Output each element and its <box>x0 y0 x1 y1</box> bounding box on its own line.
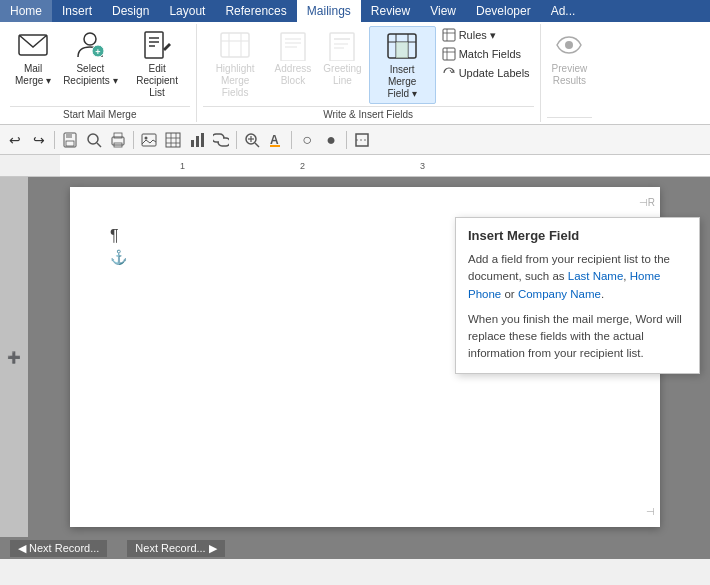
select-recipients-icon: + <box>74 29 106 61</box>
menu-references[interactable]: References <box>215 0 296 22</box>
insert-merge-field-button[interactable]: Insert MergeField ▾ <box>369 26 436 104</box>
toolbar-circle-empty[interactable]: ○ <box>296 129 318 151</box>
edit-recipient-list-button[interactable]: EditRecipient List <box>125 26 190 102</box>
svg-rect-48 <box>196 136 199 147</box>
match-fields-label: Match Fields <box>459 48 521 60</box>
select-recipients-button[interactable]: + SelectRecipients ▾ <box>58 26 122 90</box>
preview-group-label <box>547 117 593 120</box>
document-area: ➕ ¶ ⚓ ⊣R ⊣ Insert Merge Field Add a fiel… <box>0 177 710 537</box>
svg-point-1 <box>84 33 96 45</box>
toolbar-redo[interactable]: ↪ <box>28 129 50 151</box>
preview-results-button[interactable]: PreviewResults <box>547 26 593 90</box>
svg-point-41 <box>145 136 148 139</box>
svg-text:A: A <box>270 133 279 147</box>
toolbar-circle-fill[interactable]: ● <box>320 129 342 151</box>
toolbar-font-color[interactable]: A <box>265 129 287 151</box>
mail-merge-button[interactable]: MailMerge ▾ <box>10 26 56 90</box>
right-edge-top: ⊣R <box>639 197 655 208</box>
edit-recipient-list-icon <box>141 29 173 61</box>
ruler-mark-1: 1 <box>180 161 185 171</box>
toolbar-sep-4 <box>291 131 292 149</box>
preview-results-label: PreviewResults <box>552 63 588 87</box>
side-buttons-col: Rules ▾ Match Fields <box>438 26 534 82</box>
svg-rect-4 <box>145 32 163 58</box>
update-labels-button[interactable]: Update Labels <box>438 64 534 82</box>
svg-rect-49 <box>201 133 204 147</box>
mail-merge-icon <box>17 29 49 61</box>
rules-button[interactable]: Rules ▾ <box>438 26 534 44</box>
menu-bar: Home Insert Design Layout References Mai… <box>0 0 710 22</box>
toolbar-table[interactable] <box>162 129 184 151</box>
tooltip-para-2: When you finish the mail merge, Word wil… <box>468 311 687 363</box>
highlight-merge-fields-label: HighlightMerge Fields <box>208 63 263 99</box>
toolbar-chart[interactable] <box>186 129 208 151</box>
preview-results-icon <box>553 29 585 61</box>
rules-icon <box>442 28 456 42</box>
tooltip-popup: Insert Merge Field Add a field from your… <box>455 217 700 374</box>
ribbon: MailMerge ▾ + SelectRecipients ▾ <box>0 22 710 125</box>
toolbar-search[interactable] <box>83 129 105 151</box>
match-fields-button[interactable]: Match Fields <box>438 45 534 63</box>
svg-rect-42 <box>166 133 180 147</box>
address-block-icon <box>277 29 309 61</box>
menu-developer[interactable]: Developer <box>466 0 541 22</box>
svg-rect-55 <box>270 145 280 147</box>
toolbar-image[interactable] <box>138 129 160 151</box>
toolbar-sep-2 <box>133 131 134 149</box>
menu-ad[interactable]: Ad... <box>541 0 586 22</box>
mail-merge-label: MailMerge ▾ <box>15 63 51 87</box>
insert-merge-field-label: Insert MergeField ▾ <box>375 64 430 100</box>
update-labels-label: Update Labels <box>459 67 530 79</box>
tooltip-title: Insert Merge Field <box>468 228 687 243</box>
svg-rect-16 <box>330 33 354 61</box>
edit-recipient-list-label: EditRecipient List <box>130 63 185 99</box>
greeting-line-label: GreetingLine <box>323 63 361 87</box>
toolbar-sep-3 <box>236 131 237 149</box>
svg-point-31 <box>565 41 573 49</box>
left-handle[interactable]: ➕ <box>7 351 21 364</box>
svg-text:+: + <box>96 47 101 57</box>
ruler-mark-3: 3 <box>420 161 425 171</box>
svg-line-51 <box>255 143 259 147</box>
toolbar-undo[interactable]: ↩ <box>4 129 26 151</box>
toolbar-print[interactable] <box>107 129 129 151</box>
highlight-merge-fields-button[interactable]: HighlightMerge Fields <box>203 26 268 102</box>
svg-rect-33 <box>66 133 72 138</box>
greeting-line-button[interactable]: GreetingLine <box>318 26 366 90</box>
toolbar-box[interactable] <box>351 129 373 151</box>
menu-layout[interactable]: Layout <box>159 0 215 22</box>
svg-rect-34 <box>66 141 74 146</box>
toolbar: ↩ ↪ A ○ ● <box>0 125 710 155</box>
bottom-nav-prev: ◀ Next Record... <box>10 540 107 557</box>
toolbar-sep-1 <box>54 131 55 149</box>
toolbar-save[interactable] <box>59 129 81 151</box>
tooltip-link-lastname: Last Name <box>568 270 624 282</box>
right-edge-bottom: ⊣ <box>646 506 655 517</box>
toolbar-zoom[interactable] <box>241 129 263 151</box>
ribbon-group-write-insert: HighlightMerge Fields AddressBlock <box>197 24 541 122</box>
ruler: 1 2 3 <box>0 155 710 177</box>
toolbar-sep-5 <box>346 131 347 149</box>
menu-mailings[interactable]: Mailings <box>297 0 361 22</box>
ruler-mark-2: 2 <box>300 161 305 171</box>
menu-design[interactable]: Design <box>102 0 159 22</box>
menu-home[interactable]: Home <box>0 0 52 22</box>
menu-view[interactable]: View <box>420 0 466 22</box>
svg-rect-8 <box>221 33 249 57</box>
svg-point-35 <box>88 134 98 144</box>
bottom-nav-next: Next Record... ▶ <box>127 540 224 557</box>
address-block-button[interactable]: AddressBlock <box>270 26 317 90</box>
update-labels-icon <box>442 66 456 80</box>
ruler-body: 1 2 3 <box>60 155 710 176</box>
toolbar-link[interactable] <box>210 129 232 151</box>
insert-merge-field-icon <box>386 30 418 62</box>
ribbon-group-start-mail-merge: MailMerge ▾ + SelectRecipients ▾ <box>4 24 197 122</box>
match-fields-icon <box>442 47 456 61</box>
menu-insert[interactable]: Insert <box>52 0 102 22</box>
start-mail-merge-label: Start Mail Merge <box>10 106 190 120</box>
tooltip-link-company: Company Name <box>518 288 601 300</box>
menu-review[interactable]: Review <box>361 0 420 22</box>
svg-rect-24 <box>396 42 408 58</box>
svg-rect-28 <box>443 48 455 60</box>
svg-rect-47 <box>191 140 194 147</box>
